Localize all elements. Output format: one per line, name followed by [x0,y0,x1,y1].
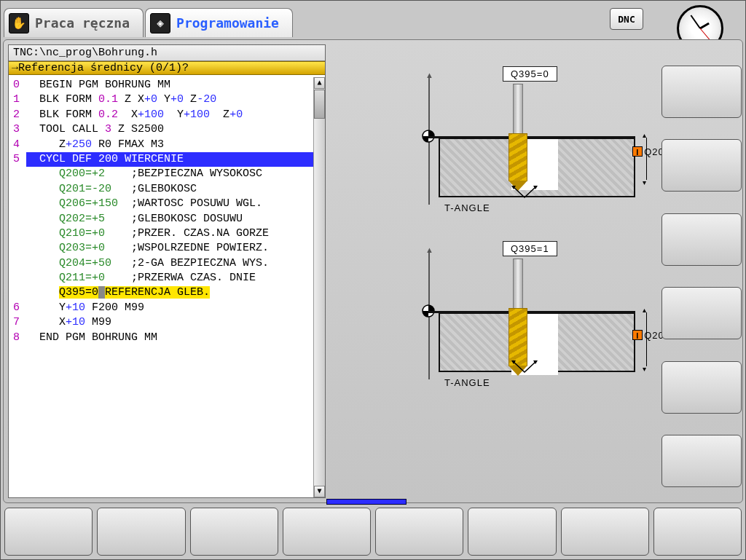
mode-programming-label: Programowanie [176,15,279,31]
code-line[interactable]: 5 CYCL DEF 200 WIERCENIE [9,152,325,167]
softkey-h8[interactable] [653,508,742,556]
code-line[interactable]: 8 END PGM BOHRUNG MM [9,331,325,345]
main-area: TNC:\nc_prog\Bohrung.h →Referencja średn… [3,39,743,503]
code-line[interactable]: Q204=+50 ;2-GA BEZPIECZNA WYS. [9,256,325,271]
softkey-v2[interactable] [661,139,742,192]
hand-icon: ✋ [9,13,29,33]
softkey-h1[interactable] [4,508,93,556]
code-line[interactable]: Q210=+0 ;PRZER. CZAS.NA GORZE [9,226,325,241]
diagram-bot-label: Q395=1 [503,241,557,256]
softkey-v4[interactable] [661,287,742,339]
mode-manual-tab[interactable]: ✋ Praca ręczna [4,8,144,37]
arrow-right-icon: → [12,62,18,74]
code-line[interactable]: Q211=+0 ;PRZERWA CZAS. DNIE [9,271,325,285]
code-line[interactable]: Q200=+2 ;BEZPIECZNA WYSOKOSC [9,167,325,181]
file-path: TNC:\nc_prog\Bohrung.h [9,45,325,61]
diamond-arrow-icon: ◈ [150,13,170,33]
code-line[interactable]: Q203=+0 ;WSPOLRZEDNE POWIERZ. [9,241,325,256]
softkey-h6[interactable] [468,508,556,556]
softkey-h7[interactable] [561,508,649,556]
softkey-row-indicator[interactable] [326,499,407,505]
dnc-button[interactable]: DNC [610,8,643,30]
vertical-softkey-bar [661,58,742,494]
code-line[interactable]: Q206=+150 ;WARTOSC POSUWU WGL. [9,197,325,211]
horizontal-softkey-bar [4,508,742,556]
code-line[interactable]: Q201=-20 ;GLEBOKOSC [9,182,325,197]
code-line[interactable]: 1 BLK FORM 0.1 Z X+0 Y+0 Z-20 [9,92,325,107]
editor-pane: TNC:\nc_prog\Bohrung.h →Referencja średn… [8,44,326,498]
scroll-thumb[interactable] [314,90,325,119]
code-line[interactable]: 6 Y+10 F200 M99 [9,301,325,315]
angle-arrows-icon [510,186,539,200]
softkey-v6[interactable] [661,435,742,487]
softkey-h2[interactable] [97,508,185,556]
softkey-v3[interactable] [661,213,742,266]
code-line[interactable]: 2 BLK FORM 0.2 X+100 Y+100 Z+0 [9,108,325,122]
code-line[interactable]: Q395=0 REFERENCJA GLEB. [9,285,325,300]
mode-bar: ✋ Praca ręczna ◈ Programowanie DNC [1,1,745,40]
code-line[interactable]: Q202=+5 ;GLEBOKOSC DOSUWU [9,212,325,226]
prompt-text: Referencja średnicy (0/1)? [18,62,189,74]
scroll-up-icon[interactable]: ▲ [314,77,325,89]
code-line[interactable]: 7 X+10 M99 [9,315,325,330]
softkey-h3[interactable] [190,508,278,556]
tangle-label: T-ANGLE [444,377,490,388]
softkey-h4[interactable] [283,508,371,556]
tangle-label: T-ANGLE [444,202,490,213]
softkey-v1[interactable] [661,66,742,118]
nc-code-listing[interactable]: 0 BEGIN PGM BOHRUNG MM1 BLK FORM 0.1 Z X… [9,75,325,497]
scroll-down-icon[interactable]: ▼ [314,486,325,497]
angle-arrows-icon [510,360,539,375]
mode-programming-tab[interactable]: ◈ Programowanie [145,8,293,37]
code-line[interactable]: 4 Z+250 R0 FMAX M3 [9,138,325,152]
scrollbar[interactable]: ▲ ▼ [313,77,325,497]
softkey-v5[interactable] [661,361,742,414]
diagram-q395-0: Q395=0 IQ201 T-ANGLE [423,74,641,219]
diagram-q395-1: Q395=1 IQ201 T-ANGLE [423,248,641,394]
diagram-top-label: Q395=0 [503,66,557,82]
input-prompt[interactable]: →Referencja średnicy (0/1)? [9,61,325,75]
softkey-h5[interactable] [375,508,463,556]
mode-manual-label: Praca ręczna [35,15,130,31]
code-line[interactable]: 0 BEGIN PGM BOHRUNG MM [9,78,325,92]
code-line[interactable]: 3 TOOL CALL 3 Z S2500 [9,122,325,137]
